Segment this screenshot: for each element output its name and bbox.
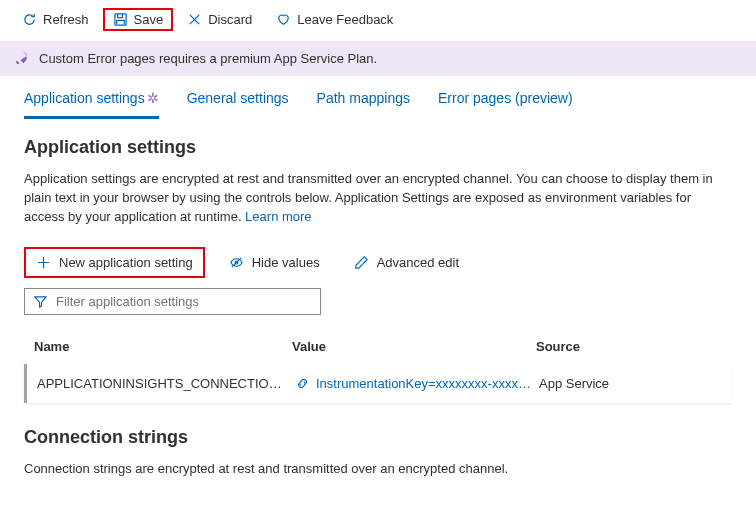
refresh-button[interactable]: Refresh <box>12 8 99 31</box>
col-header-name[interactable]: Name <box>34 339 292 354</box>
table-header: Name Value Source <box>24 333 732 364</box>
col-header-value[interactable]: Value <box>292 339 536 354</box>
heart-icon <box>276 12 291 27</box>
connection-strings-title: Connection strings <box>24 427 732 448</box>
filter-input[interactable] <box>56 294 312 309</box>
app-settings-actions: New application setting Hide values Adva… <box>24 247 732 278</box>
command-bar: Refresh Save Discard Leave Feedback <box>0 0 756 41</box>
hide-values-button[interactable]: Hide values <box>219 249 330 276</box>
tab-application-settings[interactable]: Application settings✲ <box>24 90 159 119</box>
premium-banner: Custom Error pages requires a premium Ap… <box>0 41 756 76</box>
pencil-icon <box>354 255 369 270</box>
connection-strings-section: Connection strings Connection strings ar… <box>24 427 732 479</box>
setting-value-link[interactable]: InstrumentationKey=xxxxxxxx-xxxx-xxxx <box>295 376 531 391</box>
feedback-button[interactable]: Leave Feedback <box>266 8 403 31</box>
banner-text: Custom Error pages requires a premium Ap… <box>39 51 377 66</box>
close-icon <box>187 12 202 27</box>
refresh-icon <box>22 12 37 27</box>
save-label: Save <box>134 12 164 27</box>
save-button[interactable]: Save <box>103 8 174 31</box>
save-icon <box>113 12 128 27</box>
eye-off-icon <box>229 255 244 270</box>
link-icon <box>295 376 310 391</box>
filter-container[interactable] <box>24 288 321 315</box>
refresh-label: Refresh <box>43 12 89 27</box>
new-application-setting-button[interactable]: New application setting <box>24 247 205 278</box>
setting-name: APPLICATIONINSIGHTS_CONNECTION_STRING <box>37 376 295 391</box>
advanced-edit-button[interactable]: Advanced edit <box>344 249 469 276</box>
discard-label: Discard <box>208 12 252 27</box>
connection-strings-description: Connection strings are encrypted at rest… <box>24 460 732 479</box>
app-settings-title: Application settings <box>24 137 732 158</box>
setting-source: App Service <box>539 376 722 391</box>
tab-error-pages[interactable]: Error pages (preview) <box>438 90 573 119</box>
filter-icon <box>33 294 48 309</box>
discard-button[interactable]: Discard <box>177 8 262 31</box>
feedback-label: Leave Feedback <box>297 12 393 27</box>
tab-path-mappings[interactable]: Path mappings <box>317 90 410 119</box>
plus-icon <box>36 255 51 270</box>
settings-table: Name Value Source APPLICATIONINSIGHTS_CO… <box>24 333 732 403</box>
content-area: Application settings Application setting… <box>0 119 756 507</box>
col-header-source[interactable]: Source <box>536 339 722 354</box>
table-row[interactable]: APPLICATIONINSIGHTS_CONNECTION_STRING In… <box>24 364 732 403</box>
learn-more-link[interactable]: Learn more <box>245 209 311 224</box>
tab-strip: Application settings✲ General settings P… <box>0 76 756 119</box>
app-settings-description: Application settings are encrypted at re… <box>24 170 732 227</box>
rocket-icon <box>14 51 29 66</box>
unsaved-indicator: ✲ <box>147 90 159 106</box>
tab-general-settings[interactable]: General settings <box>187 90 289 119</box>
